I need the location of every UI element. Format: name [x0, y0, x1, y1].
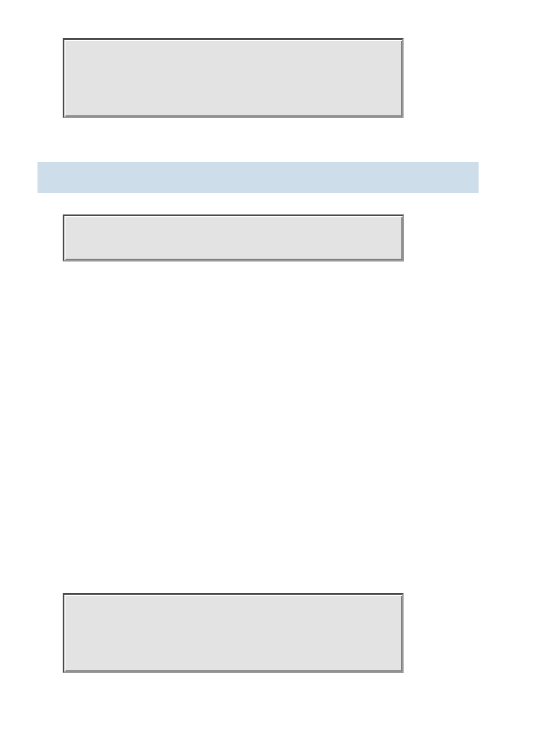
panel-top: [63, 38, 404, 118]
panel-middle: [63, 214, 404, 262]
highlight-band: [38, 162, 479, 193]
panel-bottom: [63, 593, 404, 673]
